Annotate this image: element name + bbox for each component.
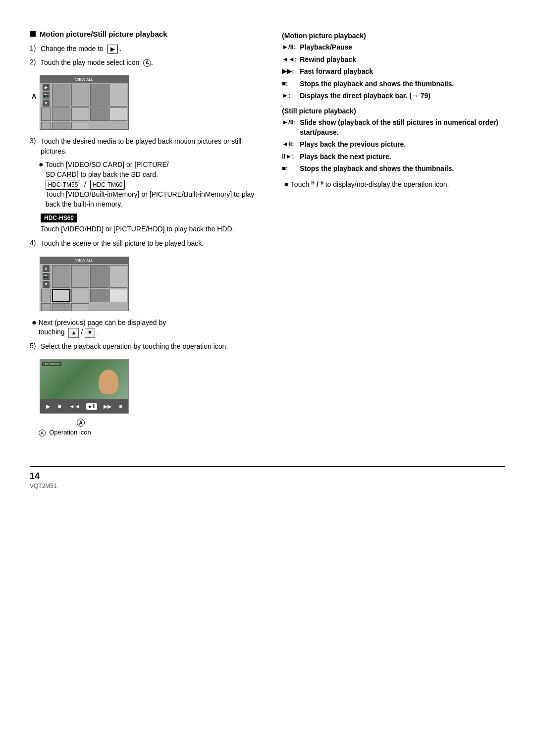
motion-section-title: (Motion picture playback) <box>282 32 505 40</box>
bullet-nextpage: ● Next (previous) page can be displayed … <box>32 318 262 338</box>
right-bullet-touch-text: Touch ᴴ / ᴵᴵ to display/not-display the … <box>291 180 449 190</box>
thumbnail-image-1: A VIEW ALL ▶ 📷 ▼ <box>40 75 129 130</box>
section-title-text: Motion picture/Still picture playback <box>40 30 167 38</box>
badge-tm55: HDC-TM55 <box>46 180 81 190</box>
motion-item-0: ►/II: Playback/Pause <box>282 43 505 53</box>
motion-item-2: ▶▶: Fast forward playback <box>282 67 505 77</box>
step-1-num: 1) <box>30 44 39 52</box>
step-2: 2) Touch the play mode select icon A. <box>30 58 262 68</box>
circle-a-small: A <box>39 430 46 436</box>
circle-a-icon: A <box>143 59 151 67</box>
step-4-text: Touch the scene or the still picture to … <box>41 239 204 249</box>
playback-scene: 0h00m00s <box>40 360 128 399</box>
still-item-3: ■: Stops the playback and shows the thum… <box>282 164 505 174</box>
motion-list: ►/II: Playback/Pause ◄◄: Rewind playback… <box>282 43 505 101</box>
step-1: 1) Change the mode to ▶ . <box>30 44 262 54</box>
motion-text-3: Stops the playback and shows the thumbna… <box>300 79 454 89</box>
bullet-sdcard-text: Touch [VIDEO/SD CARD] or [PICTURE/SD CAR… <box>46 160 263 209</box>
still-section-title: (Still picture playback) <box>282 107 505 115</box>
model-code: VQT2M51 <box>30 483 505 489</box>
motion-text-0: Playback/Pause <box>300 43 352 53</box>
still-text-1: Plays back the previous picture. <box>300 140 406 150</box>
operation-icon-text: Operation icon <box>49 429 91 436</box>
motion-icon-2: ▶▶: <box>282 67 297 76</box>
ctrl-icon-stop: ■ <box>56 402 63 410</box>
step-3-text: Touch the desired media to be played bac… <box>41 137 262 156</box>
motion-icon-4: ►: <box>282 91 297 100</box>
still-item-2: II►: Plays back the next picture. <box>282 152 505 162</box>
still-item-1: ◄II: Plays back the previous picture. <box>282 140 505 150</box>
control-bar: ▶ ■ ◄◄ ►II ▶▶ ≡ <box>40 399 128 413</box>
motion-icon-0: ►/II: <box>282 43 297 52</box>
step-5-num: 5) <box>30 342 39 350</box>
still-icon-0: ►/II: <box>282 118 297 127</box>
step-2-text: Touch the play mode select icon A. <box>41 58 153 68</box>
step-5: 5) Select the playback operation by touc… <box>30 342 262 352</box>
up-arrow-btn: ▲ <box>68 328 79 337</box>
thumbnail-grid-2: VIEW ALL ▲ 📷 ▼ <box>40 257 129 311</box>
bullet-item-sdcard: ● Touch [VIDEO/SD CARD] or [PICTURE/SD C… <box>39 160 262 209</box>
right-bullet-list: ● Touch ᴴ / ᴵᴵ to display/not-display th… <box>284 180 505 190</box>
step-4: 4) Touch the scene or the still picture … <box>30 239 262 249</box>
page-container: Motion picture/Still picture playback 1)… <box>30 30 505 436</box>
still-icon-1: ◄II: <box>282 140 297 149</box>
step-1-text: Change the mode to ▶ . <box>41 44 121 54</box>
bullet-list-2: ● Next (previous) page can be displayed … <box>32 318 262 338</box>
down-arrow-btn: ▼ <box>85 328 95 337</box>
motion-text-2: Fast forward playback <box>300 67 373 77</box>
thumbnail-image-2: VIEW ALL ▲ 📷 ▼ <box>40 257 129 311</box>
motion-item-1: ◄◄: Rewind playback <box>282 55 505 65</box>
motion-item-4: ►: Displays the direct playback bar. (→ … <box>282 91 505 101</box>
still-text-3: Stops the playback and shows the thumbna… <box>300 164 454 174</box>
badge-hs60-container: HDC-HS60 <box>41 214 262 222</box>
still-list: ►/II: Slide show (playback of the still … <box>282 118 505 174</box>
bullet-list-1: ● Touch [VIDEO/SD CARD] or [PICTURE/SD C… <box>39 160 262 209</box>
playback-scene-container: 0h00m00s ▶ ■ ◄◄ ►II ▶▶ ≡ <box>40 359 129 414</box>
playback-image: 0h00m00s ▶ ■ ◄◄ ►II ▶▶ ≡ <box>40 359 129 414</box>
still-icon-3: ■: <box>282 164 297 173</box>
step-5-text: Select the playback operation by touchin… <box>41 342 228 352</box>
playback-face <box>99 370 118 394</box>
section-title: Motion picture/Still picture playback <box>30 30 262 38</box>
page-number: 14 <box>30 471 505 482</box>
right-column: (Motion picture playback) ►/II: Playback… <box>277 30 505 436</box>
motion-item-3: ■: Stops the playback and shows the thum… <box>282 79 505 89</box>
label-a-1: A <box>32 93 36 100</box>
section-square-icon <box>30 31 36 37</box>
page-footer: 14 VQT2M51 <box>30 466 505 489</box>
step-2-num: 2) <box>30 58 39 66</box>
still-text-0: Slide show (playback of the still pictur… <box>300 118 505 137</box>
motion-icon-3: ■: <box>282 79 297 88</box>
ctrl-icon-fwd: ►II <box>86 403 97 410</box>
motion-text-1: Rewind playback <box>300 55 356 65</box>
bullet-built-in-text: Touch [VIDEO/Built-inMemory] or [PICTURE… <box>46 190 255 208</box>
motion-icon-1: ◄◄: <box>282 55 297 64</box>
left-column: Motion picture/Still picture playback 1)… <box>30 30 277 436</box>
bullet-hdd-text: Touch [VIDEO/HDD] or [PICTURE/HDD] to pl… <box>41 224 262 234</box>
ctrl-icon-menu: ≡ <box>118 402 124 410</box>
circle-a-playback: A <box>77 419 85 427</box>
step-3: 3) Touch the desired media to be played … <box>30 137 262 156</box>
right-bullet-touch: ● Touch ᴴ / ᴵᴵ to display/not-display th… <box>284 180 505 190</box>
ctrl-icon-ff: ▶▶ <box>102 402 113 411</box>
step-3-num: 3) <box>30 137 39 145</box>
thumbnail-grid-1: VIEW ALL ▶ 📷 ▼ <box>40 75 129 130</box>
label-a-row: A <box>40 419 262 427</box>
viewall-bar: VIEW ALL <box>40 76 128 83</box>
operation-icon-label: A Operation icon <box>39 429 262 436</box>
playback-time: 0h00m00s <box>42 362 61 366</box>
ctrl-icon-r: ▶ <box>45 402 52 411</box>
still-icon-2: II►: <box>282 152 297 161</box>
bullet-nextpage-text: Next (previous) page can be displayed by… <box>39 318 166 338</box>
step-4-num: 4) <box>30 239 39 247</box>
ctrl-icon-rew: ◄◄ <box>68 402 82 410</box>
still-text-2: Plays back the next picture. <box>300 152 391 162</box>
badge-tm60: HDC-TM60 <box>90 180 125 190</box>
still-item-0: ►/II: Slide show (playback of the still … <box>282 118 505 137</box>
viewall-bar-2: VIEW ALL <box>40 257 128 264</box>
badge-hs60: HDC-HS60 <box>41 214 77 222</box>
motion-text-4: Displays the direct playback bar. (→ 79) <box>300 91 430 101</box>
